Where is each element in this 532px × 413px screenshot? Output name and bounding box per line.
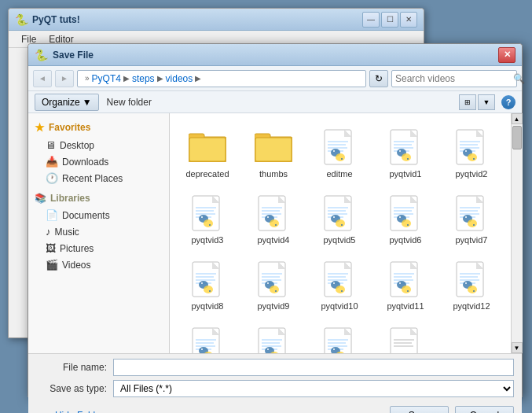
organize-button[interactable]: Organize ▼ — [35, 94, 99, 111]
folder-icon — [255, 128, 292, 166]
dialog-close-button[interactable]: ✕ — [498, 47, 515, 63]
scroll-up-button[interactable]: ▲ — [512, 113, 523, 124]
python-file-icon — [189, 326, 226, 353]
svg-point-58 — [270, 219, 279, 227]
svg-point-70 — [333, 216, 335, 218]
svg-point-113 — [270, 286, 279, 293]
svg-point-148 — [473, 290, 475, 292]
file-name: pyqtvid9 — [258, 301, 290, 312]
svg-point-48 — [201, 216, 203, 218]
file-item[interactable]: thumbs — [242, 120, 305, 183]
app-title: PyQT tuts! — [32, 14, 361, 25]
hide-folders-button[interactable]: ▲ Hide Folders — [36, 407, 116, 413]
libraries-icon: 📚 — [35, 193, 46, 204]
file-area: deprecated thumbs editme pyqtvid1 — [170, 113, 511, 353]
sidebar-item-downloads[interactable]: 📥 Downloads — [28, 153, 169, 170]
file-item[interactable]: pyqtvid8 — [176, 252, 239, 315]
filename-label: File name: — [36, 362, 107, 373]
file-item[interactable]: pyqtvid15 — [308, 318, 371, 353]
minimize-button[interactable]: — — [362, 12, 380, 28]
file-item[interactable]: pyqtvid10 — [308, 252, 371, 315]
search-box: 🔍 — [391, 70, 517, 87]
svg-point-26 — [399, 150, 401, 152]
file-item[interactable]: pyqtvid6 — [374, 186, 437, 249]
maximize-button[interactable]: ☐ — [381, 12, 398, 28]
sidebar-item-music[interactable]: ♪ Music — [28, 223, 169, 240]
dialog-titlebar: 🐍 Save File ✕ — [28, 44, 522, 66]
file-item[interactable]: pyqtvid4 — [242, 186, 305, 249]
filename-input[interactable] — [113, 359, 514, 376]
breadcrumb-pyqt4[interactable]: PyQT4 — [92, 73, 121, 84]
file-name: editme — [326, 169, 352, 179]
dialog-bottom-form: File name: Save as type: All Files (*.*) — [28, 353, 522, 406]
sidebar-item-desktop[interactable]: 🖥 Desktop — [28, 137, 169, 153]
svg-point-115 — [275, 290, 277, 292]
file-item[interactable]: pyqtvid1 — [374, 120, 437, 183]
svg-point-80 — [402, 219, 411, 227]
file-item[interactable]: pyqtvid7 — [440, 186, 503, 249]
dialog-icon: 🐍 — [35, 49, 48, 61]
svg-point-81 — [399, 216, 401, 218]
svg-point-136 — [399, 282, 401, 284]
file-item[interactable]: pyqtvid5 — [308, 186, 371, 249]
dialog-content: ★ Favorites 🖥 Desktop 📥 Downloads 🕐 Rece… — [28, 113, 522, 353]
python-file-icon — [453, 128, 490, 166]
file-item[interactable]: pyqtvid3 — [176, 186, 239, 249]
scroll-thumb[interactable] — [512, 126, 522, 149]
refresh-button[interactable]: ↻ — [369, 70, 388, 87]
dialog-title: Save File — [53, 50, 498, 61]
file-item[interactable]: pyqtvid13 — [176, 318, 239, 353]
sidebar-item-videos[interactable]: 🎬 Videos — [28, 256, 169, 273]
svg-rect-5 — [255, 138, 292, 161]
sidebar-documents-label: Documents — [62, 210, 110, 221]
python-file-icon — [189, 194, 226, 232]
svg-point-92 — [465, 216, 467, 218]
file-item[interactable]: pyqtvid14 — [242, 318, 305, 353]
new-folder-button[interactable]: New folder — [102, 94, 156, 111]
sidebar-desktop-label: Desktop — [60, 140, 94, 151]
search-input[interactable] — [395, 73, 513, 84]
file-name: pyqtvid6 — [390, 235, 422, 245]
breadcrumb-steps[interactable]: steps — [132, 73, 155, 84]
python-file-icon — [255, 194, 292, 232]
file-item[interactable]: editme — [308, 120, 371, 183]
favorites-section[interactable]: ★ Favorites — [28, 118, 169, 137]
savetype-select[interactable]: All Files (*.*) — [113, 380, 514, 397]
breadcrumb-sep3: ▶ — [195, 74, 201, 83]
sidebar-item-documents[interactable]: 📄 Documents — [28, 207, 169, 223]
view-dropdown-button[interactable]: ▼ — [478, 94, 495, 110]
scroll-down-button[interactable]: ▼ — [512, 342, 523, 353]
filename-row: File name: — [36, 359, 514, 376]
action-buttons: Save Cancel — [390, 406, 514, 413]
file-item[interactable]: pyqtvid12 — [440, 252, 503, 315]
forward-button[interactable]: ► — [55, 70, 74, 87]
file-item[interactable]: pyqtvid2 — [440, 120, 503, 183]
file-item[interactable]: pyqtvid9 — [242, 252, 305, 315]
save-button[interactable]: Save — [390, 406, 449, 413]
close-app-button[interactable]: ✕ — [400, 12, 417, 28]
svg-point-25 — [402, 153, 411, 161]
svg-point-37 — [465, 150, 467, 152]
back-button[interactable]: ◄ — [33, 70, 52, 87]
breadcrumb-videos[interactable]: videos — [166, 73, 193, 84]
libraries-label: Libraries — [50, 193, 90, 204]
downloads-icon: 📥 — [46, 156, 58, 168]
help-button[interactable]: ? — [501, 95, 515, 109]
sidebar-item-pictures[interactable]: 🖼 Pictures — [28, 240, 169, 256]
file-item[interactable]: pyqtvid16 — [374, 318, 437, 353]
pictures-icon: 🖼 — [46, 242, 56, 254]
svg-point-137 — [407, 290, 409, 292]
svg-point-15 — [333, 150, 335, 152]
sidebar-item-recent-places[interactable]: 🕐 Recent Places — [28, 170, 169, 186]
view-grid-button[interactable]: ⊞ — [459, 94, 476, 110]
hide-folders-label: Hide Folders — [55, 410, 108, 413]
sidebar: ★ Favorites 🖥 Desktop 📥 Downloads 🕐 Rece… — [28, 113, 170, 353]
libraries-section[interactable]: 📚 Libraries — [28, 190, 169, 207]
svg-point-14 — [336, 153, 345, 161]
cancel-button[interactable]: Cancel — [455, 406, 514, 413]
favorites-star-icon: ★ — [35, 121, 45, 134]
file-item[interactable]: deprecated — [176, 120, 239, 183]
file-item[interactable]: pyqtvid11 — [374, 252, 437, 315]
python-file-icon — [255, 260, 292, 298]
recent-places-icon: 🕐 — [46, 172, 58, 184]
